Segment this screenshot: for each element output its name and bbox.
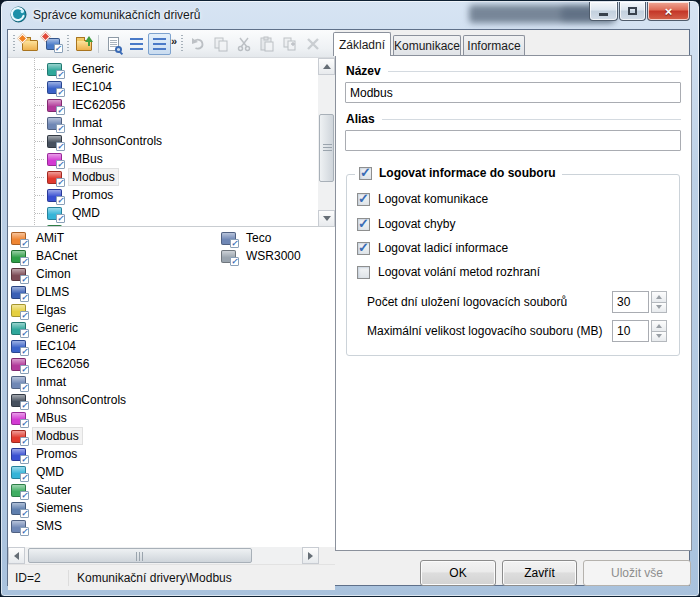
log-debug-checkbox[interactable] <box>357 242 370 255</box>
scroll-down-button[interactable] <box>318 210 335 227</box>
duplicate-button[interactable] <box>278 33 301 55</box>
maximize-button[interactable] <box>619 2 646 21</box>
driver-icon <box>47 135 62 148</box>
tree-item-modbus[interactable]: Modbus <box>35 168 118 186</box>
tree-item-qmd[interactable]: QMD <box>35 204 103 222</box>
tree-item-generic[interactable]: Generic <box>35 60 117 78</box>
arrow-down-icon <box>656 305 662 309</box>
view-list-button[interactable] <box>125 33 148 55</box>
list-item-modbus[interactable]: Modbus <box>11 427 82 445</box>
list-item-label: MBus <box>33 410 70 426</box>
list-item-teco[interactable]: Teco <box>221 229 274 247</box>
view-details-icon <box>153 38 166 50</box>
alias-input[interactable] <box>345 130 681 151</box>
toolbar-grip[interactable] <box>180 35 184 53</box>
spin-down-button[interactable] <box>651 303 667 314</box>
scroll-up-button[interactable] <box>318 58 335 75</box>
spin-down-button[interactable] <box>651 332 667 343</box>
tree-item-mbus[interactable]: MBus <box>35 150 106 168</box>
close-dialog-button[interactable]: Zavřít <box>502 560 577 586</box>
new-driver-button[interactable] <box>41 33 64 55</box>
driver-icon <box>11 304 26 317</box>
list-item-promos[interactable]: Promos <box>11 445 80 463</box>
tree-item-johnsoncontrols[interactable]: JohnsonControls <box>35 132 165 150</box>
list-item-iec62056[interactable]: IEC62056 <box>11 355 92 373</box>
preview-button[interactable] <box>102 33 125 55</box>
toolbar-overflow-button[interactable]: » <box>171 35 178 53</box>
tab-komunikace[interactable]: Komunikace <box>393 35 461 56</box>
arrow-up-icon <box>656 295 662 299</box>
cut-button[interactable] <box>232 33 255 55</box>
driver-icon <box>11 394 26 407</box>
status-path: Komunikační drivery\Modbus <box>77 571 232 585</box>
log-to-file-checkbox[interactable] <box>359 167 372 180</box>
scrollbar-thumb[interactable] <box>319 114 334 182</box>
log-days-input[interactable] <box>612 291 649 313</box>
spin-up-button[interactable] <box>651 291 667 303</box>
nazev-input[interactable] <box>345 82 681 103</box>
close-icon: × <box>665 5 673 18</box>
spin-up-button[interactable] <box>651 320 667 332</box>
log-errors-checkbox[interactable] <box>357 218 370 231</box>
list-item-mbus[interactable]: MBus <box>11 409 70 427</box>
tree-item-label: MBus <box>69 151 106 167</box>
maximize-icon <box>628 7 637 15</box>
list-item-siemens[interactable]: Siemens <box>11 499 86 517</box>
tree-item-label: Promos <box>69 187 116 203</box>
ok-button[interactable]: OK <box>420 560 496 586</box>
list-item-cimon[interactable]: Cimon <box>11 265 74 283</box>
list-item-generic[interactable]: Generic <box>11 319 81 337</box>
list-item-qmd[interactable]: QMD <box>11 463 67 481</box>
close-button[interactable]: × <box>647 2 690 21</box>
list-item-label: Teco <box>243 230 274 246</box>
log-max-size-input[interactable] <box>612 320 649 342</box>
log-errors-row: Logovat chyby <box>357 217 455 231</box>
list-item-sms[interactable]: SMS <box>11 517 65 535</box>
scrollbar-thumb[interactable] <box>28 548 252 563</box>
log-method-calls-checkbox[interactable] <box>357 266 370 279</box>
copy-button[interactable] <box>209 33 232 55</box>
list-item-sauter[interactable]: Sauter <box>11 481 74 499</box>
driver-icon <box>11 286 26 299</box>
tree-item-promos[interactable]: Promos <box>35 186 116 204</box>
scroll-left-button[interactable] <box>8 547 25 564</box>
tree-item-inmat[interactable]: Inmat <box>35 114 105 132</box>
tab-zakladni[interactable]: Základní <box>333 32 391 56</box>
list-item-dlms[interactable]: DLMS <box>11 283 72 301</box>
delete-button[interactable] <box>301 33 324 55</box>
new-item-button[interactable] <box>18 33 41 55</box>
list-item-elgas[interactable]: Elgas <box>11 301 69 319</box>
list-item-iec104[interactable]: IEC104 <box>11 337 79 355</box>
paste-button[interactable] <box>255 33 278 55</box>
list-item-bacnet[interactable]: BACnet <box>11 247 80 265</box>
log-method-calls-row: Logovat volání metod rozhraní <box>357 265 540 279</box>
list-item-johnsoncontrols[interactable]: JohnsonControls <box>11 391 129 409</box>
list-horizontal-scrollbar[interactable] <box>8 547 319 564</box>
tab-informace[interactable]: Informace <box>463 35 525 56</box>
toolbar-grip[interactable] <box>66 35 70 53</box>
view-details-button[interactable] <box>148 33 171 55</box>
tree-item-label: JohnsonControls <box>69 133 165 149</box>
minimize-button[interactable] <box>589 2 618 21</box>
list-item-inmat[interactable]: Inmat <box>11 373 69 391</box>
status-bar: ID=2 Komunikační drivery\Modbus <box>8 564 335 590</box>
list-item-wsr3000[interactable]: WSR3000 <box>221 247 304 265</box>
tree-scrollbar[interactable] <box>318 58 335 227</box>
list-item-label: Generic <box>33 320 81 336</box>
list-item-amit[interactable]: AMiT <box>11 229 67 247</box>
import-button[interactable] <box>72 33 95 55</box>
tree-item-iec62056[interactable]: IEC62056 <box>35 96 128 114</box>
undo-button[interactable] <box>186 33 209 55</box>
paste-icon <box>259 36 275 52</box>
log-communication-checkbox[interactable] <box>357 193 370 206</box>
scroll-right-button[interactable] <box>302 547 319 564</box>
toolbar-grip[interactable] <box>12 35 16 53</box>
app-icon <box>10 6 27 23</box>
list-item-label: WSR3000 <box>243 248 304 264</box>
list-item-label: Elgas <box>33 302 69 318</box>
tree-item-iec104[interactable]: IEC104 <box>35 78 115 96</box>
window: Správce komunikačních driverů × » <box>0 0 700 597</box>
driver-icon <box>11 268 26 281</box>
save-all-button[interactable]: Uložit vše <box>583 560 691 586</box>
list-item-label: Inmat <box>33 374 69 390</box>
